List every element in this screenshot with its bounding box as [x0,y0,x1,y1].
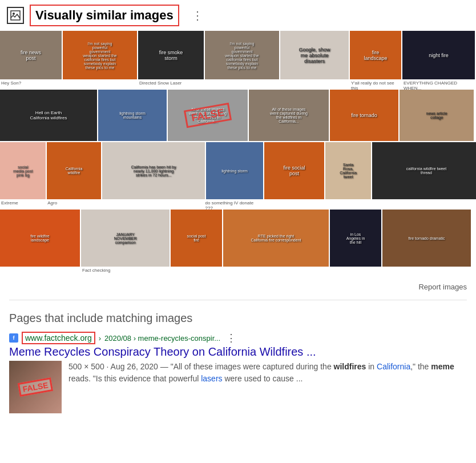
image-cell[interactable]: Google, show me absolute disasters [280,31,349,79]
image-cell[interactable]: Hell on EarthCalifornia wildfires [0,90,97,141]
image-cell[interactable]: night fire [402,31,475,79]
result-thumbnail[interactable]: FALSE [9,361,62,413]
image-grid-row-4: fire wildfire landscape JANUARY NOVEMBER… [0,210,476,267]
image-cell[interactable]: California has been hit by nearly 11,000… [102,142,205,199]
image-cell[interactable]: social media post pink bg [0,142,46,199]
image-cell[interactable]: news article collage [400,90,474,141]
image-cell[interactable]: fire smoke storm [138,31,204,79]
svg-rect-0 [11,11,20,20]
image-grid-captions-4: Fact checking [0,268,476,277]
more-options-button[interactable]: ⋮ [188,7,207,23]
result-breadcrumb: › [99,334,101,343]
page-title: Visually similar images [30,5,179,26]
image-cell[interactable]: Santa Rosa, California tweet [325,142,371,199]
header-section: Visually similar images ⋮ [0,0,476,31]
section-divider [9,300,467,300]
image-grid-captions-3: Extreme Agro do something IV donate ??? [0,200,476,208]
image-grid-row-2: Hell on EarthCalifornia wildfires lightn… [0,90,476,141]
image-cell[interactable]: RTE picked the right California fire cor… [223,210,329,267]
image-cell[interactable]: I'm not saying powerful government weapo… [63,31,137,79]
image-cell[interactable]: I'm not saying powerful government weapo… [205,31,279,79]
pages-section: Pages that include matching images f www… [0,305,476,425]
image-cell[interactable]: All of these images were captured during… [249,90,329,141]
image-cell[interactable]: fire tornado dramatic [382,210,471,267]
image-grid-row-3: social media post pink bg California wil… [0,142,476,199]
result-breadcrumb-path: 2020/08 › meme-recycles-conspir... [104,334,220,343]
image-cell[interactable]: social post fire [171,210,222,267]
image-cell[interactable]: fire social post [264,142,324,199]
report-images-row: Report images [0,278,476,295]
search-result-item: f www.factcheck.org › 2020/08 › meme-rec… [9,332,467,413]
image-grid-row-1: fire news post I'm not saying powerful g… [0,31,476,79]
image-grid-captions-1: Hey Son? Directed Snow Laser Y'all reall… [0,80,476,88]
result-title[interactable]: Meme Recycles Conspiracy Theory on Calif… [9,345,467,359]
result-url-row: f www.factcheck.org › 2020/08 › meme-rec… [9,332,467,344]
image-cell[interactable]: fire news post [0,31,62,79]
image-cell[interactable]: fire tornado [330,90,398,141]
image-cell[interactable]: fire landscape [350,31,401,79]
pages-section-title: Pages that include matching images [9,312,467,325]
result-url[interactable]: www.factcheck.org [22,332,95,344]
image-cell[interactable]: lightning storm mountains [98,90,167,141]
result-favicon: f [9,333,18,343]
report-images-link[interactable]: Report images [418,283,467,291]
result-snippet: 500 × 500 · Aug 26, 2020 — "All of these… [68,361,467,385]
result-more-options[interactable]: ⋮ [226,332,236,344]
result-body: FALSE 500 × 500 · Aug 26, 2020 — "All of… [9,361,467,413]
image-cell[interactable]: All of these images were captured during… [168,90,248,141]
header-image-icon [7,7,24,24]
image-cell[interactable]: lightning storm [206,142,263,199]
image-cell[interactable]: California wildfire [47,142,101,199]
image-cell[interactable]: in Los Angeles in the hill [330,210,381,267]
image-cell[interactable]: fire wildfire landscape [0,210,80,267]
image-cell[interactable]: JANUARY NOVEMBER comparison [81,210,170,267]
svg-point-1 [13,13,15,15]
image-cell[interactable]: california wildfire tweet thread [372,142,476,199]
